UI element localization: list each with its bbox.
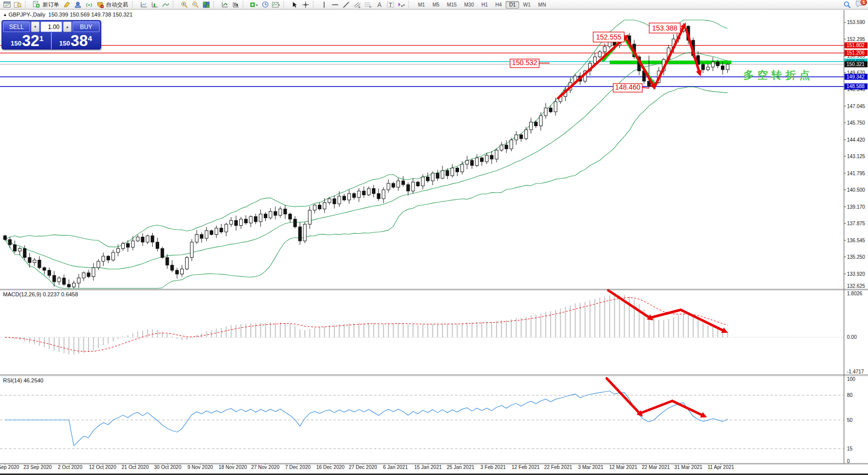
date-label: 6 Jan 2021 <box>383 464 408 470</box>
collapse-marker-icon[interactable]: ▲ <box>3 13 7 17</box>
date-label: 25 Jan 2021 <box>447 464 474 470</box>
volume-input[interactable] <box>41 22 62 32</box>
bollinger-upper <box>5 20 728 247</box>
candle-body <box>357 191 360 198</box>
indicators-icon[interactable] <box>138 0 149 9</box>
notification-badge[interactable]: 1 <box>860 0 867 6</box>
candle-body <box>171 265 174 270</box>
date-label: 22 Mar 2021 <box>642 464 670 470</box>
candle-body <box>259 214 262 222</box>
axis-tick-label: 140.500 <box>847 187 865 193</box>
date-label: 11 Apr 2021 <box>707 464 734 470</box>
candle-body <box>87 273 90 277</box>
candle-body <box>77 278 80 283</box>
styler-icon[interactable] <box>62 0 72 9</box>
candle-body <box>544 108 547 116</box>
crosshair-icon[interactable] <box>300 0 311 9</box>
autotrade-button[interactable]: 自动交易 <box>106 1 130 9</box>
label-icon[interactable]: T <box>385 0 395 9</box>
notifications-icon[interactable]: 1 <box>855 1 864 9</box>
candle-body <box>43 268 46 270</box>
red-arrow-rsi-2 <box>672 401 703 415</box>
candle-body <box>328 199 331 203</box>
chart-window[interactable]: 152.555153.388150.532148.460153.590152.2… <box>0 10 868 475</box>
candle-body <box>352 194 355 198</box>
timeframe-button-H1[interactable]: H1 <box>478 1 492 9</box>
toolbar-separator <box>25 1 29 8</box>
templates-icon[interactable] <box>271 0 281 9</box>
chart-window-icon[interactable] <box>2 0 12 9</box>
label-tail <box>642 88 649 88</box>
objects-icon[interactable] <box>149 0 160 9</box>
market-watch-icon[interactable] <box>13 0 23 9</box>
new-order-icon[interactable] <box>31 0 42 9</box>
candle-body <box>554 102 557 112</box>
candle-chart-icon[interactable] <box>230 0 241 9</box>
timeframe-button-M30[interactable]: M30 <box>461 1 477 9</box>
candle-body <box>279 209 282 215</box>
buy-price-small: 150 <box>59 40 70 47</box>
tile-windows-icon[interactable] <box>201 0 211 9</box>
candle-body <box>721 66 724 70</box>
toolbar-separator <box>408 1 412 8</box>
search-icon[interactable] <box>842 0 852 9</box>
candle-body <box>28 257 31 262</box>
candle-body <box>471 160 474 165</box>
candle-body <box>102 256 105 261</box>
candle-body <box>249 217 252 223</box>
candle-body <box>603 47 606 52</box>
candle-body <box>495 150 498 159</box>
new-order-button[interactable]: 新订单 <box>42 1 61 9</box>
fibonacci-icon[interactable]: F <box>363 0 373 9</box>
timeframe-button-D1[interactable]: D1 <box>506 1 519 9</box>
candle-body <box>436 173 439 178</box>
candle-body <box>303 224 306 241</box>
buy-price-sup: 4 <box>88 34 92 43</box>
arrows-icon[interactable] <box>396 0 406 9</box>
clock-icon[interactable] <box>260 0 270 9</box>
volume-decrease-button[interactable]: ▼ <box>31 22 40 32</box>
candle-body <box>254 217 257 222</box>
timeframe-button-H4[interactable]: H4 <box>492 1 506 9</box>
sell-button[interactable]: SELL <box>3 22 30 32</box>
candle-body <box>146 236 149 242</box>
toolbar-separator <box>213 1 217 8</box>
horizontal-line-icon[interactable] <box>330 0 340 9</box>
timeframe-button-M1[interactable]: M1 <box>414 1 428 9</box>
candle-body <box>520 135 523 139</box>
profile-icon[interactable] <box>73 0 83 9</box>
signals-icon[interactable] <box>84 0 94 9</box>
candle-body <box>338 196 341 204</box>
toolbar-separator <box>132 1 136 8</box>
timeframe-button-M15[interactable]: M15 <box>444 1 460 9</box>
bar-chart-icon[interactable] <box>219 0 230 9</box>
channel-icon[interactable]: E <box>352 0 362 9</box>
periods-icon[interactable] <box>160 0 171 9</box>
zoom-out-icon[interactable] <box>190 0 200 9</box>
zoom-in-icon[interactable] <box>179 0 189 9</box>
candle-body <box>598 52 601 57</box>
candle-body <box>181 269 184 274</box>
autotrade-icon[interactable] <box>95 0 105 9</box>
red-arrow-main-2 <box>655 27 684 87</box>
timeframe-button-M5[interactable]: M5 <box>429 1 443 9</box>
trendline-icon[interactable] <box>341 0 351 9</box>
text-icon[interactable]: A <box>374 0 384 9</box>
add-indicator-icon[interactable] <box>249 0 259 9</box>
candle-body <box>392 183 395 187</box>
axis-tick-label: 135.250 <box>847 254 865 260</box>
price-chart[interactable]: 152.555153.388150.532148.460153.590152.2… <box>0 10 868 475</box>
time-axis[interactable]: 14 Sep 202023 Sep 20202 Oct 202012 Oct 2… <box>0 463 734 470</box>
vertical-line-icon[interactable] <box>319 0 329 9</box>
buy-quote[interactable]: 150 38 4 <box>52 33 100 49</box>
macd-pane <box>0 295 844 355</box>
buy-button[interactable]: BUY <box>73 22 100 32</box>
svg-text:T: T <box>389 2 392 8</box>
sell-quote[interactable]: 150 32 1 <box>3 33 52 49</box>
candle-body <box>185 257 188 269</box>
volume-increase-button[interactable]: ▲ <box>63 22 72 32</box>
timeframe-button-W1[interactable]: W1 <box>520 1 534 9</box>
candle-body <box>274 212 277 216</box>
cursor-icon[interactable] <box>289 0 300 9</box>
timeframe-button-MN[interactable]: MN <box>535 1 550 9</box>
